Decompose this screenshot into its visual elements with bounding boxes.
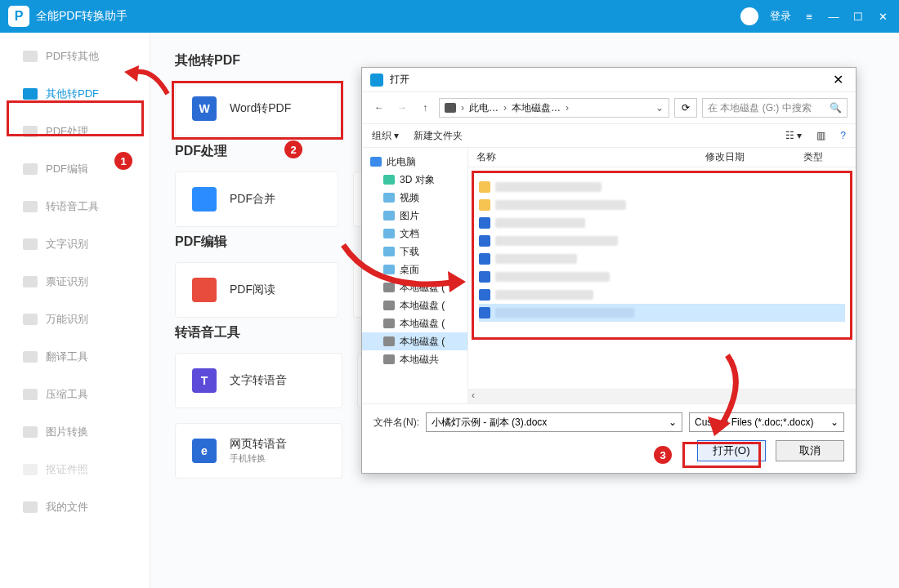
file-open-dialog: 打开 ✕ ← → ↑ 此电… 本地磁盘… ⌄ ⟳ 在 本地磁盘 (G:) 中搜索… — [361, 67, 857, 474]
tree-node[interactable]: 本地磁共 — [362, 350, 467, 368]
minimize-icon[interactable]: — — [827, 10, 840, 23]
folder-icon — [479, 181, 490, 193]
merge-icon — [192, 187, 217, 212]
list-item[interactable] — [479, 268, 845, 286]
folder-icon — [479, 199, 490, 211]
help-button[interactable]: ? — [840, 130, 846, 141]
sidebar-item-other-to-pdf[interactable]: 其他转PDF — [0, 75, 150, 113]
nav-back-button[interactable]: ← — [370, 102, 388, 114]
column-name[interactable]: 名称 — [476, 150, 705, 164]
sidebar-item-idphoto[interactable]: 抠证件照 — [0, 451, 150, 488]
sidebar-item-myfiles[interactable]: 我的文件 — [0, 488, 150, 526]
tree-node-this-pc[interactable]: 此电脑 — [362, 153, 467, 171]
desktop-icon — [383, 265, 395, 274]
tree-node[interactable]: 文档 — [362, 225, 467, 243]
list-item-selected[interactable] — [479, 304, 845, 322]
app-title: 全能PDF转换助手 — [36, 9, 740, 24]
close-icon[interactable]: ✕ — [876, 10, 889, 23]
sidebar-item-ocr[interactable]: 文字识别 — [0, 225, 150, 263]
app-logo: P — [8, 6, 29, 27]
drive-icon — [383, 318, 395, 328]
sidebar: PDF转其他 其他转PDF PDF处理 PDF编辑 转语音工具 文字识别 票证识… — [0, 33, 150, 588]
audio-icon — [23, 201, 38, 212]
tree-node[interactable]: 本地磁盘 ( — [362, 296, 467, 314]
card-pdf-read[interactable]: PDF阅读 — [175, 262, 338, 318]
login-link[interactable]: 登录 — [770, 9, 791, 24]
pdf-icon — [23, 51, 38, 62]
tree-node[interactable]: 本地磁盘 ( — [362, 278, 467, 296]
ocr-icon — [23, 238, 38, 250]
dialog-close-button[interactable]: ✕ — [828, 72, 848, 87]
process-icon — [23, 126, 38, 137]
nav-forward-button[interactable]: → — [393, 102, 411, 114]
organize-button[interactable]: 组织 ▾ — [372, 129, 399, 143]
horizontal-scrollbar[interactable]: ‹ — [468, 389, 856, 403]
chevron-down-icon[interactable]: ⌄ — [830, 416, 839, 428]
tree-node[interactable]: 本地磁盘 ( — [362, 314, 467, 332]
sidebar-item-image[interactable]: 图片转换 — [0, 413, 150, 451]
pc-icon — [370, 157, 382, 167]
card-web-to-speech[interactable]: e网页转语音手机转换 — [175, 423, 342, 479]
sidebar-item-ticket[interactable]: 票证识别 — [0, 263, 150, 301]
chevron-down-icon[interactable]: ⌄ — [655, 102, 664, 114]
preview-pane-button[interactable]: ▥ — [816, 130, 825, 141]
refresh-button[interactable]: ⟳ — [674, 98, 697, 118]
sidebar-item-tts[interactable]: 转语音工具 — [0, 188, 150, 225]
doc-icon — [479, 271, 490, 283]
list-item[interactable] — [479, 250, 845, 268]
card-pdf-merge[interactable]: PDF合并 — [175, 172, 338, 227]
sidebar-item-pdf-process[interactable]: PDF处理 — [0, 113, 150, 150]
list-item[interactable] — [479, 232, 845, 250]
tree-node-selected[interactable]: 本地磁盘 ( — [362, 332, 467, 350]
open-button[interactable]: 打开(O) — [697, 440, 766, 461]
nav-up-button[interactable]: ↑ — [416, 102, 434, 114]
drive-icon — [383, 336, 395, 346]
tree-node[interactable]: 桌面 — [362, 261, 467, 278]
compress-icon — [23, 389, 38, 400]
list-item[interactable] — [479, 178, 845, 196]
list-item[interactable] — [479, 214, 845, 232]
sidebar-item-pdf-edit[interactable]: PDF编辑 — [0, 150, 150, 188]
chevron-down-icon[interactable]: ⌄ — [669, 416, 677, 428]
menu-icon[interactable]: ≡ — [803, 10, 816, 23]
column-type[interactable]: 类型 — [803, 150, 823, 164]
word-icon: W — [192, 96, 217, 121]
card-text-to-speech[interactable]: T文字转语音 — [175, 353, 342, 408]
sidebar-item-compress[interactable]: 压缩工具 — [0, 376, 150, 413]
maximize-icon[interactable]: ☐ — [852, 10, 865, 23]
sidebar-item-translate[interactable]: 翻译工具 — [0, 338, 150, 376]
read-icon — [192, 278, 217, 302]
breadcrumb[interactable]: 此电… 本地磁盘… ⌄ — [439, 98, 669, 118]
video-icon — [383, 193, 395, 203]
search-icon: 🔍 — [830, 102, 842, 114]
tree-node[interactable]: 视频 — [362, 189, 467, 207]
tree-node[interactable]: 图片 — [362, 207, 467, 225]
filename-label: 文件名(N): — [373, 416, 419, 430]
sidebar-item-pdf-to-other[interactable]: PDF转其他 — [0, 38, 150, 75]
folder-tree[interactable]: 此电脑 3D 对象 视频 图片 文档 下载 桌面 本地磁盘 ( 本地磁盘 ( 本… — [362, 148, 468, 403]
tree-node[interactable]: 下载 — [362, 243, 467, 261]
card-word-to-pdf[interactable]: W Word转PDF — [175, 81, 338, 136]
dialog-logo-icon — [370, 74, 383, 87]
cancel-button[interactable]: 取消 — [776, 440, 844, 461]
pdf-icon — [23, 88, 38, 100]
drive-icon — [383, 283, 395, 292]
edit-icon — [23, 163, 38, 175]
sidebar-item-universal[interactable]: 万能识别 — [0, 301, 150, 338]
new-folder-button[interactable]: 新建文件夹 — [414, 129, 463, 143]
view-mode-button[interactable]: ☷ ▾ — [785, 130, 802, 141]
filename-input[interactable]: 小橘灯示例 - 副本 (3).docx⌄ — [426, 412, 682, 432]
download-icon — [383, 247, 395, 256]
search-input[interactable]: 在 本地磁盘 (G:) 中搜索 🔍 — [702, 98, 848, 118]
folder-icon — [23, 501, 38, 513]
doc-icon — [479, 217, 490, 229]
column-date[interactable]: 修改日期 — [705, 150, 803, 164]
tree-node[interactable]: 3D 对象 — [362, 171, 467, 189]
list-item[interactable] — [479, 286, 845, 304]
annotation-box-files — [472, 171, 852, 340]
file-filter-select[interactable]: Custom Files (*.doc;*.docx)⌄ — [689, 412, 844, 432]
drive-icon — [445, 103, 456, 113]
avatar[interactable] — [740, 7, 758, 25]
web-tts-icon: e — [192, 439, 217, 463]
list-item[interactable] — [479, 196, 845, 214]
